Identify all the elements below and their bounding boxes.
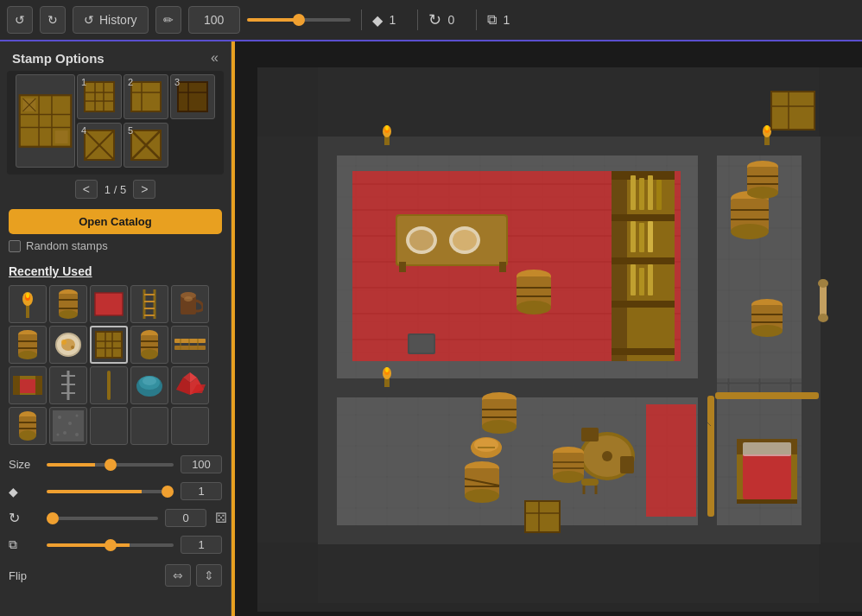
size-input[interactable] <box>188 6 240 34</box>
ru-item-bed[interactable] <box>9 366 47 404</box>
svg-rect-118 <box>257 67 318 603</box>
svg-point-51 <box>184 296 193 302</box>
svg-point-70 <box>141 349 158 359</box>
stamp-row-1: 1 <box>16 74 215 169</box>
stamp-item-2[interactable]: 2 <box>124 74 168 119</box>
opacity-range[interactable] <box>47 490 174 493</box>
svg-point-155 <box>765 125 769 130</box>
ru-item-barrel2[interactable] <box>9 326 47 364</box>
stamp-item-5[interactable]: 5 <box>124 123 168 168</box>
svg-rect-180 <box>648 264 653 295</box>
flip-vertical-button[interactable]: ⇕ <box>196 564 222 587</box>
random-stamps-row: Random stamps <box>0 239 231 259</box>
ru-item-plate[interactable] <box>49 326 87 364</box>
history-label: History <box>99 13 137 27</box>
left-panel: Stamp Options « <box>0 41 231 616</box>
ru-item-barrel4[interactable] <box>9 407 47 445</box>
ru-item-red-cloth[interactable] <box>90 285 128 323</box>
history-icon: ↺ <box>84 13 94 27</box>
svg-rect-228 <box>581 428 599 441</box>
svg-rect-159 <box>499 262 506 272</box>
ru-item-barrel[interactable] <box>49 285 87 323</box>
svg-point-188 <box>731 224 769 239</box>
ru-item-barrel3[interactable] <box>130 326 168 364</box>
svg-point-227 <box>602 451 612 461</box>
stamp-prev-button[interactable]: < <box>75 180 98 199</box>
svg-rect-201 <box>771 92 814 130</box>
size-value-input[interactable] <box>181 455 222 473</box>
svg-point-105 <box>75 433 79 436</box>
ru-item-mug[interactable] <box>171 285 209 323</box>
opacity-icon-left: ◆ <box>9 485 40 499</box>
stamp-next-button[interactable]: > <box>133 180 155 199</box>
svg-point-206 <box>818 279 828 288</box>
random-icon[interactable]: ⚄ <box>215 510 227 526</box>
svg-rect-141 <box>646 404 696 517</box>
svg-point-60 <box>61 340 67 345</box>
svg-rect-169 <box>612 301 675 308</box>
redo-button[interactable]: ↻ <box>40 6 66 34</box>
svg-rect-125 <box>802 137 821 544</box>
history-button[interactable]: ↺ History <box>73 6 149 34</box>
rotate-value-input[interactable] <box>165 509 206 527</box>
ru-item-empty-1[interactable] <box>90 407 128 445</box>
open-catalog-button[interactable]: Open Catalog <box>9 209 222 234</box>
flip-buttons: ⇔ ⇕ <box>165 564 222 587</box>
scale-slider-row: ⧉ <box>9 536 222 554</box>
stamp-item-3[interactable]: 3 <box>170 74 215 119</box>
toolbar: ↺ ↻ ↺ History ✏ ◆ 1 ↻ 0 ⧉ 1 <box>0 0 862 41</box>
ru-item-crate-selected[interactable] <box>90 326 128 364</box>
svg-rect-167 <box>612 214 675 221</box>
svg-rect-74 <box>174 346 206 350</box>
svg-rect-32 <box>26 304 29 318</box>
random-stamps-label: Random stamps <box>26 239 108 252</box>
flip-section: Flip ⇔ ⇕ <box>0 561 231 595</box>
recently-used-title: Recently Used <box>0 259 231 282</box>
svg-point-102 <box>58 416 61 419</box>
ru-item-torch[interactable] <box>9 285 47 323</box>
svg-rect-123 <box>318 137 337 544</box>
opacity-toolbar-icon: ◆ <box>372 12 383 29</box>
svg-point-215 <box>465 489 499 503</box>
scale-value-input[interactable] <box>181 536 222 554</box>
svg-rect-233 <box>743 442 791 456</box>
size-range[interactable] <box>47 463 174 467</box>
canvas-area[interactable] <box>231 41 862 616</box>
svg-rect-242 <box>581 479 599 486</box>
ru-item-empty-2[interactable] <box>130 407 168 445</box>
svg-rect-7 <box>55 130 68 143</box>
ru-item-bowl[interactable] <box>130 366 168 404</box>
opacity-value-input[interactable] <box>181 482 222 500</box>
scale-range[interactable] <box>47 543 174 547</box>
svg-point-207 <box>818 314 828 322</box>
svg-point-151 <box>385 367 389 372</box>
ru-item-planks[interactable] <box>171 326 209 364</box>
stamp-item-large[interactable] <box>16 74 75 168</box>
collapse-button[interactable]: « <box>211 50 219 66</box>
divider-1 <box>361 10 362 30</box>
random-stamps-checkbox[interactable] <box>9 240 21 252</box>
svg-rect-168 <box>612 257 675 264</box>
svg-rect-164 <box>612 171 627 361</box>
dungeon-map[interactable] <box>231 41 862 616</box>
ru-item-gems[interactable] <box>171 366 209 404</box>
undo-button[interactable]: ↺ <box>7 6 33 34</box>
svg-rect-86 <box>107 371 111 400</box>
stamp-navigation: < 1 / 5 > <box>7 175 224 204</box>
rotate-range[interactable] <box>47 517 158 520</box>
stamp-item-4[interactable]: 4 <box>77 123 122 168</box>
ru-item-ladder[interactable] <box>130 285 168 323</box>
ru-item-ground[interactable] <box>49 407 87 445</box>
size-slider[interactable] <box>247 18 351 22</box>
svg-point-106 <box>57 434 60 436</box>
flip-horizontal-button[interactable]: ⇔ <box>165 564 191 587</box>
ru-item-empty-3[interactable] <box>171 407 209 445</box>
ru-item-decoration[interactable] <box>49 366 87 404</box>
svg-rect-80 <box>13 376 20 395</box>
ru-item-stick[interactable] <box>90 366 128 404</box>
svg-rect-221 <box>525 501 560 532</box>
svg-rect-20 <box>178 82 207 111</box>
brush-button[interactable]: ✏ <box>155 6 181 34</box>
stamp-item-1[interactable]: 1 <box>77 74 122 119</box>
stamp-nav-text: 1 / 5 <box>105 183 126 196</box>
